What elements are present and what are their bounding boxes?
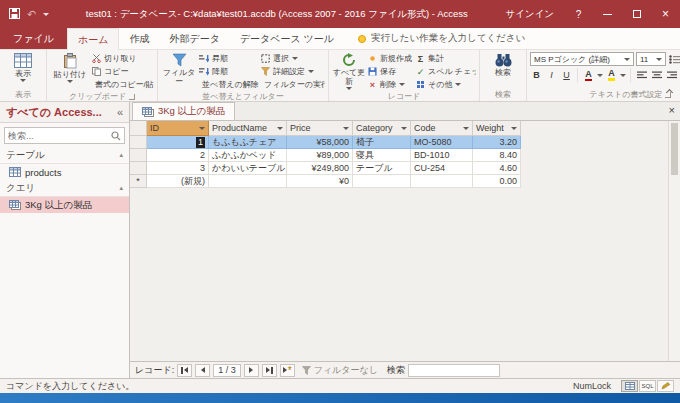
font-color-icon[interactable]: A: [585, 70, 592, 81]
chevron-down-icon[interactable]: [277, 127, 283, 130]
nav-group-queries[interactable]: クエリ ▴: [0, 180, 129, 197]
signin-button[interactable]: サインイン: [495, 0, 564, 28]
vertical-scrollbar[interactable]: [668, 121, 680, 361]
spelling-button[interactable]: ✓ スペル チェック: [414, 65, 476, 78]
cell-productname[interactable]: もふもふチェア: [209, 136, 287, 149]
refresh-all-button[interactable]: すべて更新: [332, 51, 366, 90]
record-search-input[interactable]: [408, 364, 500, 377]
chevron-down-icon[interactable]: [199, 127, 205, 130]
record-selector[interactable]: [130, 149, 147, 162]
cell-productname-new[interactable]: [209, 175, 287, 188]
nav-group-tables[interactable]: テーブル ▴: [0, 147, 129, 164]
last-record-button[interactable]: [262, 364, 277, 377]
column-header-productname[interactable]: ProductName: [209, 121, 287, 136]
column-header-weight[interactable]: Weight: [473, 121, 521, 136]
cell-productname[interactable]: ふかふかベッド: [209, 149, 287, 162]
close-button[interactable]: ×: [651, 0, 680, 28]
shutter-bar-icon[interactable]: «: [117, 106, 123, 118]
tab-file[interactable]: ファイル: [0, 28, 67, 49]
undo-icon[interactable]: ↶: [27, 9, 36, 20]
save-icon[interactable]: [9, 8, 20, 21]
new-record-marker[interactable]: *: [130, 175, 147, 188]
highlight-color-icon[interactable]: A: [608, 69, 615, 81]
cell-category[interactable]: テーブル: [353, 162, 411, 175]
tell-me-box[interactable]: 実行したい作業を入力してください: [358, 28, 525, 49]
help-button[interactable]: ?: [564, 0, 593, 28]
nav-item-products[interactable]: products: [0, 164, 129, 180]
delete-record-button[interactable]: × 削除: [366, 78, 414, 91]
sql-view-button[interactable]: SQL: [639, 380, 656, 392]
navigation-search-box[interactable]: [4, 127, 125, 144]
chevron-down-icon[interactable]: [597, 74, 603, 77]
select-all-corner[interactable]: [130, 121, 147, 136]
new-blank-record-button[interactable]: *: [280, 364, 295, 377]
design-view-button[interactable]: [657, 380, 674, 392]
document-tab-query[interactable]: 3Kg 以上の製品: [132, 102, 235, 120]
column-header-price[interactable]: Price: [287, 121, 353, 136]
tab-home[interactable]: ホーム: [67, 28, 119, 50]
align-right-button[interactable]: [665, 69, 678, 82]
cell-code-new[interactable]: [411, 175, 473, 188]
format-painter-button[interactable]: 書式のコピー/貼り付け: [90, 78, 154, 91]
cell-weight-new[interactable]: 0.00: [473, 175, 521, 188]
column-header-id[interactable]: ID: [147, 121, 209, 136]
tab-create[interactable]: 作成: [119, 28, 159, 49]
view-button[interactable]: 表示: [3, 51, 43, 82]
cell-price[interactable]: ¥89,000: [287, 149, 353, 162]
filter-status[interactable]: フィルターなし: [302, 364, 378, 377]
first-record-button[interactable]: [177, 364, 192, 377]
chevron-down-icon[interactable]: [511, 127, 517, 130]
totals-button[interactable]: Σ 集計: [414, 52, 476, 65]
maximize-button[interactable]: [622, 0, 651, 28]
next-record-button[interactable]: [244, 364, 259, 377]
paste-button[interactable]: 貼り付け: [50, 51, 90, 83]
underline-button[interactable]: U: [560, 69, 573, 82]
cell-weight[interactable]: 4.60: [473, 162, 521, 175]
datasheet-view-button[interactable]: [621, 380, 638, 392]
qat-dropdown-icon[interactable]: [43, 13, 49, 16]
column-header-category[interactable]: Category: [353, 121, 411, 136]
chevron-down-icon[interactable]: [401, 127, 407, 130]
cell-category[interactable]: 寝具: [353, 149, 411, 162]
cut-button[interactable]: 切り取り: [90, 52, 154, 65]
nav-item-query-3kg[interactable]: 3Kg 以上の製品: [0, 197, 129, 213]
cell-id-new[interactable]: (新規): [147, 175, 209, 188]
record-selector[interactable]: [130, 136, 147, 149]
find-button[interactable]: 検索: [483, 51, 523, 77]
save-record-button[interactable]: 保存: [366, 65, 414, 78]
new-record-button[interactable]: 新規作成: [366, 52, 414, 65]
sort-descending-button[interactable]: 降順: [197, 65, 259, 78]
cell-category[interactable]: 椅子: [353, 136, 411, 149]
font-size-combo[interactable]: 11: [636, 52, 666, 66]
collapse-ribbon-button[interactable]: [664, 88, 674, 97]
chevron-down-icon[interactable]: [463, 127, 469, 130]
cell-weight[interactable]: 3.20: [473, 136, 521, 149]
chevron-down-icon[interactable]: [620, 74, 626, 77]
cell-id[interactable]: 2: [147, 149, 209, 162]
cell-code[interactable]: BD-1010: [411, 149, 473, 162]
selection-button[interactable]: 選択: [259, 52, 325, 65]
advanced-filter-button[interactable]: 詳細設定: [259, 65, 325, 78]
tab-external-data[interactable]: 外部データ: [159, 28, 229, 49]
more-button[interactable]: その他: [414, 78, 476, 91]
bullets-button[interactable]: [668, 53, 680, 66]
record-counter[interactable]: 1 / 3: [213, 364, 241, 377]
cell-code[interactable]: MO-5080: [411, 136, 473, 149]
cell-price[interactable]: ¥249,800: [287, 162, 353, 175]
dialog-launcher-icon[interactable]: [129, 94, 135, 100]
cell-weight[interactable]: 8.40: [473, 149, 521, 162]
cell-price-new[interactable]: ¥0: [287, 175, 353, 188]
cell-price[interactable]: ¥58,000: [287, 136, 353, 149]
cell-category-new[interactable]: [353, 175, 411, 188]
tab-database-tools[interactable]: データベース ツール: [230, 28, 344, 49]
close-document-icon[interactable]: ×: [669, 105, 675, 116]
italic-button[interactable]: I: [545, 69, 558, 82]
cell-code[interactable]: CU-254: [411, 162, 473, 175]
scrollbar-thumb[interactable]: [671, 123, 678, 175]
sort-ascending-button[interactable]: 昇順: [197, 52, 259, 65]
copy-button[interactable]: コピー: [90, 65, 154, 78]
previous-record-button[interactable]: [195, 364, 210, 377]
cell-productname[interactable]: かわいいテーブル: [209, 162, 287, 175]
align-left-button[interactable]: [635, 69, 648, 82]
bold-button[interactable]: B: [530, 69, 543, 82]
